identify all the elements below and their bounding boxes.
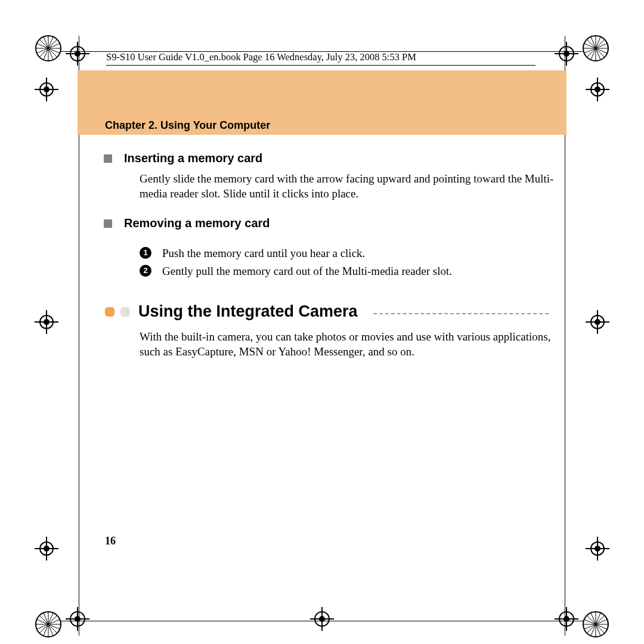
subsection-title: Inserting a memory card	[124, 151, 262, 165]
registration-mark-icon	[66, 42, 89, 66]
page-number: 16	[105, 535, 116, 547]
subsection-insert: Inserting a memory card	[105, 151, 566, 165]
page-root: S9-S10 User Guide V1.0_en.book Page 16 W…	[0, 0, 644, 644]
step-item: 1 Push the memory card until you hear a …	[140, 244, 566, 262]
square-bullet-icon	[104, 154, 112, 163]
content-area: Inserting a memory card Gently slide the…	[105, 147, 566, 359]
rounded-square-grey-icon	[120, 307, 130, 317]
step-number-icon: 2	[140, 265, 151, 277]
step-item: 2 Gently pull the memory card out of the…	[140, 262, 566, 280]
rounded-square-orange-icon	[105, 307, 114, 317]
registration-mark-icon	[35, 310, 58, 334]
chapter-heading: Chapter 2. Using Your Computer	[105, 119, 270, 132]
registration-mark-icon	[555, 42, 578, 66]
registration-mark-icon	[310, 607, 334, 631]
meta-underline	[106, 65, 535, 66]
registration-mark-icon	[586, 537, 609, 561]
paragraph: With the built-in camera, you can take p…	[140, 329, 557, 359]
subsection-remove: Removing a memory card	[105, 216, 566, 230]
registration-mark-icon	[66, 607, 89, 631]
step-text: Gently pull the memory card out of the M…	[162, 262, 452, 280]
step-text: Push the memory card until you hear a cl…	[162, 244, 365, 262]
paragraph: Gently slide the memory card with the ar…	[140, 171, 557, 201]
knurl-mark-icon	[35, 611, 62, 638]
subsection-title: Removing a memory card	[124, 216, 270, 230]
registration-mark-icon	[586, 310, 609, 334]
registration-mark-icon	[586, 78, 609, 101]
square-bullet-icon	[104, 219, 112, 228]
file-meta: S9-S10 User Guide V1.0_en.book Page 16 W…	[106, 51, 555, 66]
knurl-mark-icon	[35, 35, 62, 62]
section-title: Using the Integrated Camera	[138, 302, 358, 321]
knurl-mark-icon	[582, 35, 609, 62]
dashed-rule	[373, 313, 549, 314]
file-meta-text: S9-S10 User Guide V1.0_en.book Page 16 W…	[106, 51, 555, 63]
section-camera: Using the Integrated Camera	[105, 302, 566, 321]
step-number-icon: 1	[140, 247, 151, 259]
registration-mark-icon	[35, 78, 58, 101]
registration-mark-icon	[555, 607, 578, 631]
registration-mark-icon	[35, 537, 58, 561]
knurl-mark-icon	[582, 611, 609, 638]
